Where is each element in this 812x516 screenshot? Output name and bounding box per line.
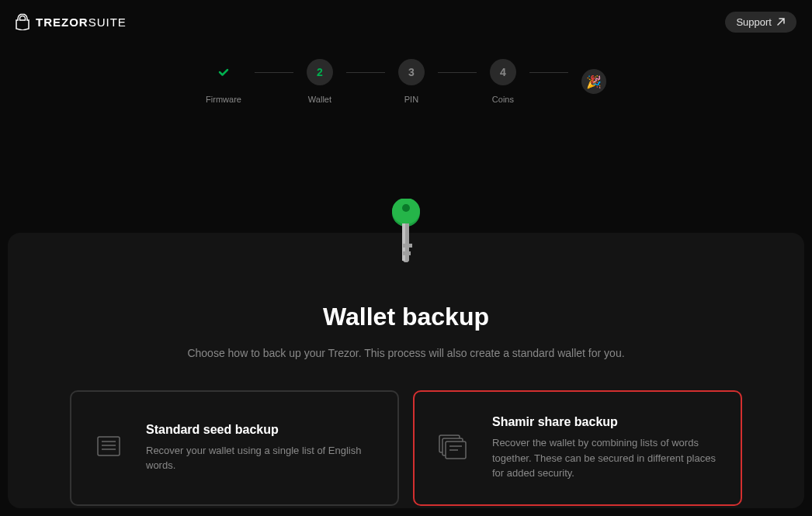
app-header: TREZORSUITE Support xyxy=(0,0,812,43)
step-firmware: Firmware xyxy=(206,59,241,104)
external-link-icon xyxy=(776,17,786,26)
page-title: Wallet backup xyxy=(39,303,773,331)
brand-logo: TREZORSUITE xyxy=(16,13,127,30)
option-standard-seed[interactable]: Standard seed backup Recover your wallet… xyxy=(70,390,399,506)
step-connector xyxy=(438,72,477,73)
trezor-lock-icon xyxy=(16,13,29,30)
option-shamir-share[interactable]: Shamir share backup Recover the wallet b… xyxy=(413,390,742,506)
svg-rect-6 xyxy=(403,251,411,255)
svg-point-2 xyxy=(402,204,410,212)
svg-rect-8 xyxy=(98,437,120,455)
support-button[interactable]: Support xyxy=(725,12,796,33)
step-firmware-label: Firmware xyxy=(206,95,241,104)
option-standard-title: Standard seed backup xyxy=(146,423,376,437)
option-shamir-desc: Recover the wallet by combining lists of… xyxy=(492,435,719,481)
svg-rect-5 xyxy=(403,244,412,248)
step-firmware-indicator xyxy=(210,59,237,85)
brand-name: TREZORSUITE xyxy=(36,16,127,29)
option-shamir-title: Shamir share backup xyxy=(492,415,719,429)
checkmark-icon xyxy=(217,66,230,78)
step-pin-number: 3 xyxy=(398,59,425,85)
support-label: Support xyxy=(736,16,772,28)
step-wallet: 2 Wallet xyxy=(307,59,333,104)
party-popper-icon: 🎉 xyxy=(581,69,606,94)
step-pin-label: PIN xyxy=(404,95,418,104)
svg-marker-7 xyxy=(403,261,409,262)
step-coins-number: 4 xyxy=(490,59,516,85)
step-connector xyxy=(346,72,385,73)
step-coins-label: Coins xyxy=(492,95,514,104)
step-connector xyxy=(529,72,568,73)
step-wallet-label: Wallet xyxy=(308,95,331,104)
documents-stack-icon xyxy=(436,431,470,465)
step-finish: 🎉 xyxy=(581,69,606,94)
step-wallet-number: 2 xyxy=(307,59,333,85)
document-icon xyxy=(93,431,124,465)
backup-options: Standard seed backup Recover your wallet… xyxy=(39,390,773,506)
step-pin: 3 PIN xyxy=(398,59,425,104)
option-standard-text: Standard seed backup Recover your wallet… xyxy=(146,423,376,473)
main-panel: Wallet backup Choose how to back up your… xyxy=(8,233,804,508)
page-subtitle: Choose how to back up your Trezor. This … xyxy=(39,347,773,359)
option-standard-desc: Recover your wallet using a single list … xyxy=(146,443,376,473)
setup-stepper: Firmware 2 Wallet 3 PIN 4 Coins 🎉 xyxy=(0,59,812,104)
option-shamir-text: Shamir share backup Recover the wallet b… xyxy=(492,415,719,481)
key-illustration xyxy=(390,199,422,265)
step-coins: 4 Coins xyxy=(490,59,516,104)
step-connector xyxy=(255,72,293,73)
